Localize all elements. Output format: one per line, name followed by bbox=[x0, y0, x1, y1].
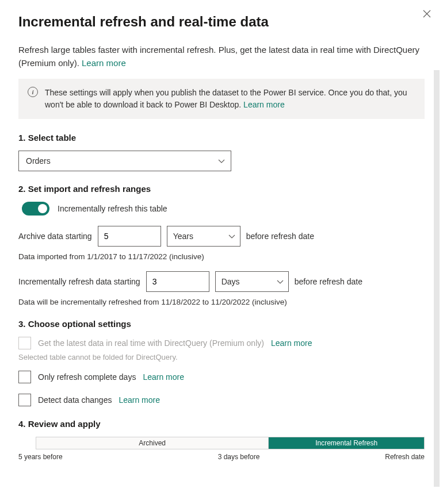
info-banner: i These settings will apply when you pub… bbox=[18, 79, 425, 119]
directquery-hint: Selected table cannot be folded for Dire… bbox=[18, 353, 425, 361]
timeline-label-right: Refresh date bbox=[385, 453, 425, 461]
incr-hint: Data will be incrementally refreshed fro… bbox=[18, 298, 425, 306]
directquery-label: Get the latest data in real time with Di… bbox=[38, 338, 264, 348]
archive-unit-value: Years bbox=[173, 232, 193, 241]
section-3-heading: 3. Choose optional settings bbox=[18, 319, 425, 329]
section-select-table: 1. Select table Orders bbox=[18, 133, 425, 171]
incremental-refresh-toggle[interactable] bbox=[22, 202, 49, 216]
section-4-heading: 4. Review and apply bbox=[18, 419, 425, 429]
info-icon: i bbox=[28, 87, 38, 97]
archive-suffix-label: before refresh date bbox=[246, 232, 314, 241]
timeline: Archived Incremental Refresh 5 years bef… bbox=[18, 437, 425, 461]
description-text: Refresh large tables faster with increme… bbox=[18, 45, 419, 68]
detect-changes-label: Detect data changes bbox=[38, 395, 112, 405]
incr-unit-value: Days bbox=[222, 277, 240, 286]
section-ranges: 2. Set import and refresh ranges Increme… bbox=[18, 184, 425, 306]
incr-value-input[interactable] bbox=[146, 271, 209, 292]
detect-changes-learn-more-link[interactable]: Learn more bbox=[119, 395, 160, 405]
learn-more-link[interactable]: Learn more bbox=[82, 58, 126, 68]
dialog-title: Incremental refresh and real-time data bbox=[18, 14, 425, 30]
info-text: These settings will apply when you publi… bbox=[45, 87, 415, 111]
directquery-checkbox bbox=[18, 337, 31, 349]
table-select-value: Orders bbox=[26, 156, 51, 166]
toggle-label: Incrementally refresh this table bbox=[58, 204, 167, 213]
scrollbar[interactable] bbox=[434, 70, 440, 487]
timeline-label-left: 5 years before bbox=[18, 453, 63, 461]
complete-days-learn-more-link[interactable]: Learn more bbox=[143, 372, 184, 382]
info-learn-more-link[interactable]: Learn more bbox=[243, 100, 285, 109]
complete-days-checkbox[interactable] bbox=[18, 371, 31, 383]
section-optional: 3. Choose optional settings Get the late… bbox=[18, 319, 425, 406]
section-1-heading: 1. Select table bbox=[18, 133, 425, 143]
table-select[interactable]: Orders bbox=[18, 151, 231, 171]
close-icon bbox=[423, 10, 431, 18]
info-message: These settings will apply when you publi… bbox=[45, 88, 407, 109]
dialog-description: Refresh large tables faster with increme… bbox=[18, 44, 425, 70]
complete-days-label: Only refresh complete days bbox=[38, 372, 136, 382]
directquery-learn-more-link[interactable]: Learn more bbox=[271, 338, 312, 348]
timeline-bar-archived: Archived bbox=[36, 437, 269, 449]
section-2-heading: 2. Set import and refresh ranges bbox=[18, 184, 425, 194]
chevron-down-icon bbox=[228, 232, 235, 241]
incr-suffix-label: before refresh date bbox=[295, 277, 362, 286]
chevron-down-icon bbox=[277, 277, 284, 286]
archive-value-input[interactable] bbox=[98, 226, 161, 247]
timeline-bar-incremental: Incremental Refresh bbox=[269, 437, 424, 449]
section-review: 4. Review and apply Archived Incremental… bbox=[18, 419, 425, 461]
detect-changes-checkbox[interactable] bbox=[18, 394, 31, 406]
chevron-down-icon bbox=[218, 156, 225, 166]
archive-unit-select[interactable]: Years bbox=[167, 226, 240, 247]
incr-unit-select[interactable]: Days bbox=[215, 271, 289, 292]
incr-prefix-label: Incrementally refresh data starting bbox=[18, 277, 140, 286]
close-button[interactable] bbox=[421, 8, 433, 20]
archive-prefix-label: Archive data starting bbox=[18, 232, 92, 241]
archive-hint: Data imported from 1/1/2017 to 11/17/202… bbox=[18, 252, 425, 261]
timeline-label-mid: 3 days before bbox=[218, 453, 260, 461]
